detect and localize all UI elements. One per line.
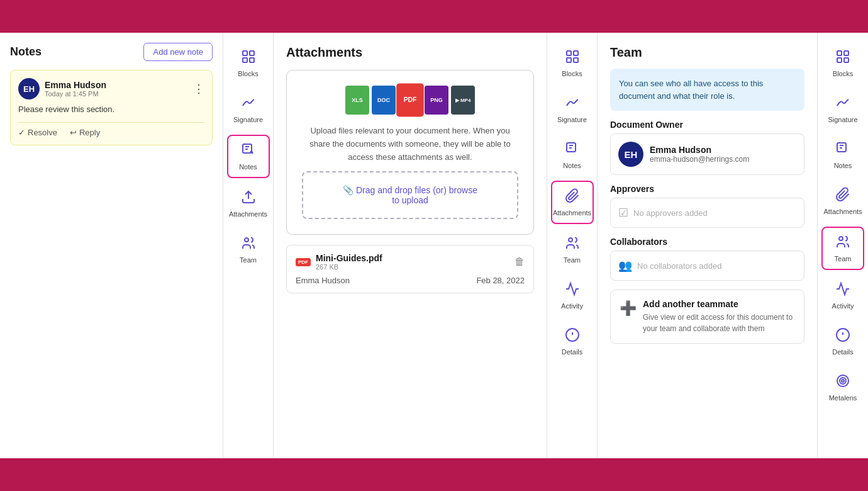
svg-point-27 (842, 380, 844, 382)
delete-file-icon[interactable]: 🗑 (515, 256, 525, 268)
svg-rect-9 (567, 58, 571, 62)
document-owner-section: Document Owner EH Emma Hudson emma-hudso… (610, 120, 804, 175)
note-user-name: Emma Hudson (45, 80, 106, 90)
file-item: PDF Mini-Guides.pdf 267 KB 🗑 Emma Hudson… (286, 245, 534, 293)
sidebar-item-metalens-3[interactable]: Metalens (821, 367, 864, 408)
sidebar-item-label-team-3: Team (835, 255, 852, 262)
sidebar-item-signature-2[interactable]: Signature (551, 89, 594, 130)
attachments-icon-2 (565, 188, 580, 206)
svg-rect-0 (243, 51, 247, 55)
svg-rect-19 (844, 58, 849, 62)
sidebar-item-label-notes-1: Notes (239, 163, 257, 171)
sidebar-item-label-details-2: Details (562, 348, 583, 356)
notes-header: Notes Add new note (10, 43, 213, 61)
team-icon-1 (241, 235, 256, 254)
svg-rect-3 (250, 58, 254, 62)
sidebar-item-label-notes-2: Notes (563, 162, 581, 169)
sidebar-item-label-metalens-3: Metalens (829, 394, 857, 402)
sidebar-item-label-activity-3: Activity (832, 302, 854, 310)
sidebar-item-blocks-2[interactable]: Blocks (551, 43, 594, 84)
resolve-button[interactable]: ✓ Resolve (18, 128, 57, 137)
add-person-icon: ➕ (620, 300, 637, 317)
attachments-title: Attachments (286, 45, 534, 60)
add-teammate-box[interactable]: ➕ Add another teammate Give view or edit… (610, 290, 804, 344)
note-actions: ✓ Resolve ↩ Reply (18, 122, 204, 137)
sidebar-item-team-3[interactable]: Team (821, 227, 864, 270)
owner-name: Emma Hudson (650, 145, 749, 155)
center-area: Blocks Signature Notes (223, 33, 547, 458)
upload-zone: XLS DOC PDF PNG ▶ MP4 Upload files relev… (286, 70, 534, 235)
details-icon-2 (565, 327, 580, 346)
team-icon-2 (565, 235, 580, 254)
sidebar-item-label-team-2: Team (564, 256, 581, 264)
sidebar-item-signature-1[interactable]: Signature (227, 89, 270, 130)
approvers-box: ☑ No approvers added (610, 198, 804, 228)
sidebar-item-label-blocks-2: Blocks (562, 70, 582, 77)
sidebar-item-blocks-1[interactable]: Blocks (227, 43, 270, 84)
svg-point-12 (569, 238, 572, 242)
mp4-icon: ▶ MP4 (451, 86, 475, 115)
activity-icon-2 (565, 281, 580, 300)
sidebar-item-signature-3[interactable]: Signature (821, 89, 864, 130)
owner-avatar: EH (618, 142, 643, 167)
drop-zone[interactable]: 📎 Drag and drop files (or) browse to upl… (302, 171, 518, 219)
doc-icon: DOC (372, 86, 396, 115)
attachments-icon-1 (241, 189, 256, 208)
sidebar-item-details-2[interactable]: Details (551, 321, 594, 362)
sidebar-item-notes-1[interactable]: Notes (227, 135, 270, 178)
note-card: EH Emma Hudson Today at 1:45 PM ⋮ Please… (10, 70, 213, 145)
file-name: Mini-Guides.pdf (316, 253, 382, 263)
signature-icon-3 (835, 95, 850, 113)
sidebar-item-attachments-3[interactable]: Attachments (821, 181, 864, 222)
team-icon-3 (835, 234, 850, 252)
note-menu-icon[interactable]: ⋮ (193, 82, 204, 96)
sidebar-item-notes-2[interactable]: Notes (551, 135, 594, 176)
sidebar-item-attachments-1[interactable]: Attachments (227, 183, 270, 224)
blocks-icon-1 (241, 49, 256, 67)
sidebar-item-label-attachments-1: Attachments (229, 210, 267, 218)
svg-point-21 (839, 237, 843, 240)
team-panel: Team You can see who all have access to … (598, 33, 818, 458)
approvers-check-icon: ☑ (618, 206, 628, 220)
sidebar-item-blocks-3[interactable]: Blocks (821, 43, 864, 84)
reply-icon: ↩ (70, 128, 77, 137)
sidebar-item-team-2[interactable]: Team (551, 229, 594, 270)
notes-icon-2 (565, 141, 580, 159)
reply-button[interactable]: ↩ Reply (70, 128, 100, 137)
bottom-bar (0, 458, 868, 491)
sidebar-item-label-notes-3: Notes (834, 162, 852, 169)
sidebar-item-activity-3[interactable]: Activity (821, 275, 864, 316)
svg-rect-8 (574, 51, 578, 55)
approvers-label: Approvers (610, 184, 804, 194)
add-note-button[interactable]: Add new note (143, 43, 213, 61)
sidebar-item-team-1[interactable]: Team (227, 229, 270, 270)
svg-point-25 (837, 375, 849, 387)
add-teammate-title: Add another teammate (643, 299, 795, 309)
svg-rect-16 (837, 51, 842, 55)
xls-icon: XLS (345, 86, 369, 115)
upload-description: Upload files relevant to your document h… (302, 125, 518, 164)
sidebar-item-details-3[interactable]: Details (821, 321, 864, 362)
file-item-bottom: Emma Hudson Feb 28, 2022 (296, 276, 525, 285)
owner-email: emma-hudson@herrings.com (650, 155, 749, 164)
pdf-icon: PDF (396, 84, 424, 117)
sidebar-item-notes-3[interactable]: Notes (821, 135, 864, 176)
sidebar-item-label-attachments-3: Attachments (823, 208, 862, 215)
note-text: Please review this section. (18, 103, 204, 116)
sidebar-nav-2: Blocks Signature Notes (547, 33, 598, 458)
team-panel-title: Team (610, 45, 804, 60)
collaborators-label: Collaborators (610, 237, 804, 247)
attachments-icon-3 (835, 187, 850, 205)
activity-icon-3 (835, 281, 850, 300)
signature-icon-2 (565, 95, 580, 113)
checkmark-icon: ✓ (18, 128, 25, 137)
sidebar-item-attachments-2[interactable]: Attachments (551, 181, 594, 224)
attachments-panel: Attachments XLS DOC PDF PNG ▶ MP4 Upload… (274, 33, 547, 458)
note-user-info: EH Emma Hudson Today at 1:45 PM (18, 78, 106, 99)
sidebar-item-activity-2[interactable]: Activity (551, 275, 594, 316)
notes-icon-3 (835, 141, 850, 159)
sidebar-item-label-blocks-3: Blocks (833, 70, 853, 77)
sidebar-nav-1: Blocks Signature Notes (223, 33, 274, 458)
blocks-icon-2 (565, 49, 580, 67)
file-details: Mini-Guides.pdf 267 KB (316, 253, 382, 271)
